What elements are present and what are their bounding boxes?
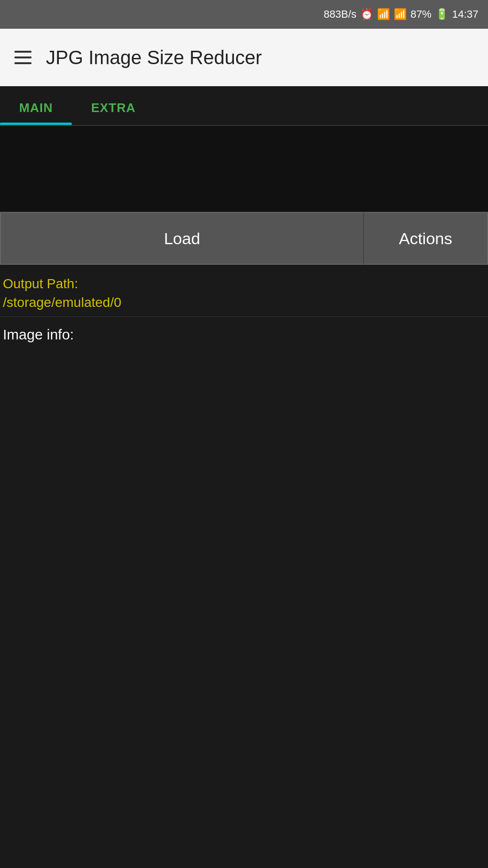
image-preview-area [0,126,488,212]
battery-icon: 🔋 [435,8,448,21]
image-info-section: Image info: [0,317,488,348]
tab-extra[interactable]: EXTRA [72,91,155,125]
output-path-value: /storage/emulated/0 [3,293,483,312]
app-title: JPG Image Size Reducer [46,47,262,68]
battery-percent: 87% [410,8,432,21]
tab-main[interactable]: MAIN [0,91,72,125]
buttons-row: Load Actions [0,212,488,265]
actions-button[interactable]: Actions [364,212,488,265]
signal-icon-2: 📶 [394,8,407,21]
status-icons: 883B/s ⏰ 📶 📶 87% 🔋 14:37 [323,8,478,21]
signal-icon: 📶 [377,8,390,21]
output-path-section: Output Path: /storage/emulated/0 [0,265,488,317]
network-speed: 883B/s [323,8,356,21]
alarm-icon: ⏰ [360,8,373,21]
menu-icon[interactable] [14,51,32,64]
status-bar: 883B/s ⏰ 📶 📶 87% 🔋 14:37 [0,0,488,29]
load-button[interactable]: Load [0,212,364,265]
app-bar: JPG Image Size Reducer [0,29,488,86]
image-info-label: Image info: [3,327,74,342]
clock: 14:37 [452,8,478,21]
tab-bar: MAIN EXTRA [0,86,488,125]
output-path-label: Output Path: [3,274,483,293]
